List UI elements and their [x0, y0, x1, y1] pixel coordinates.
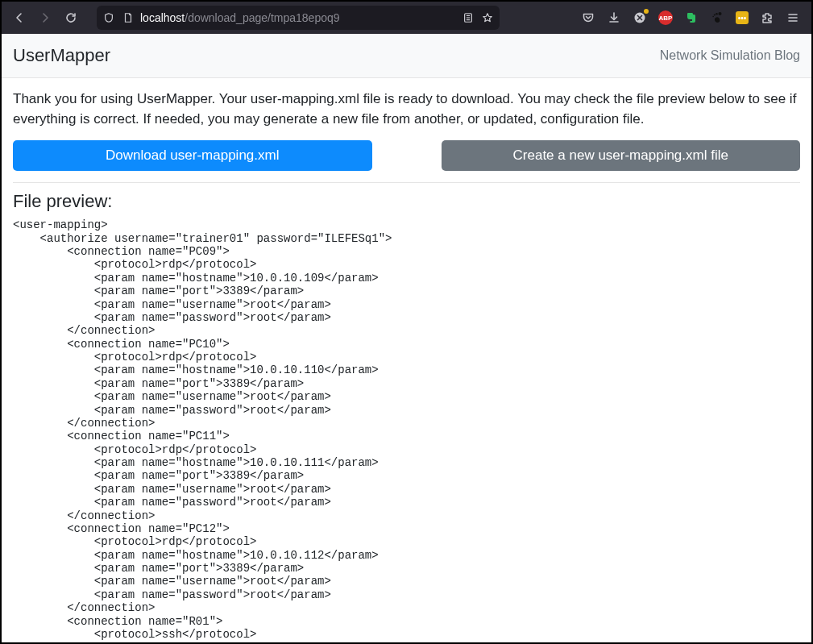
page-title: UserMapper	[13, 45, 110, 66]
abp-icon[interactable]: ABP	[658, 10, 673, 25]
back-button[interactable]	[8, 6, 31, 29]
bookmark-star-icon[interactable]	[480, 12, 495, 23]
page-icon	[121, 12, 135, 23]
svg-point-7	[714, 15, 716, 16]
create-new-button[interactable]: Create a new user-mapping.xml file	[442, 140, 801, 171]
hamburger-menu-icon[interactable]	[786, 10, 800, 25]
svg-point-6	[716, 13, 718, 15]
svg-point-8	[712, 16, 714, 18]
shield-icon	[102, 12, 116, 23]
forward-button[interactable]	[34, 6, 56, 29]
downloads-icon[interactable]	[607, 10, 621, 25]
url-text: localhost/download_page/tmpa18epoq9	[140, 11, 340, 24]
ublock-icon[interactable]	[633, 10, 647, 25]
page-header: UserMapper Network Simulation Blog	[2, 34, 811, 78]
button-row: Download user-mapping.xml Create a new u…	[13, 140, 800, 171]
pocket-icon[interactable]	[581, 10, 595, 25]
extensions-icon[interactable]	[760, 10, 774, 25]
file-preview-heading: File preview:	[13, 191, 800, 212]
extension-yellow-icon[interactable]: •••	[736, 11, 749, 24]
reload-button[interactable]	[60, 6, 82, 29]
browser-toolbar: localhost/download_page/tmpa18epoq9 ABP …	[2, 2, 811, 34]
toolbar-right: ABP •••	[581, 10, 805, 25]
divider	[13, 182, 800, 183]
intro-text: Thank you for using UserMapper. Your use…	[13, 89, 800, 129]
file-preview-content: <user-mapping> <authorize username="trai…	[13, 218, 800, 641]
reader-mode-icon[interactable]	[461, 12, 475, 23]
page-content: UserMapper Network Simulation Blog Thank…	[2, 34, 811, 642]
page-subtitle: Network Simulation Blog	[660, 48, 800, 63]
download-button[interactable]: Download user-mapping.xml	[13, 140, 372, 171]
svg-point-5	[719, 12, 722, 15]
url-bar[interactable]: localhost/download_page/tmpa18epoq9	[97, 6, 500, 30]
evernote-icon[interactable]	[684, 10, 699, 25]
gnome-foot-icon[interactable]	[710, 10, 724, 25]
